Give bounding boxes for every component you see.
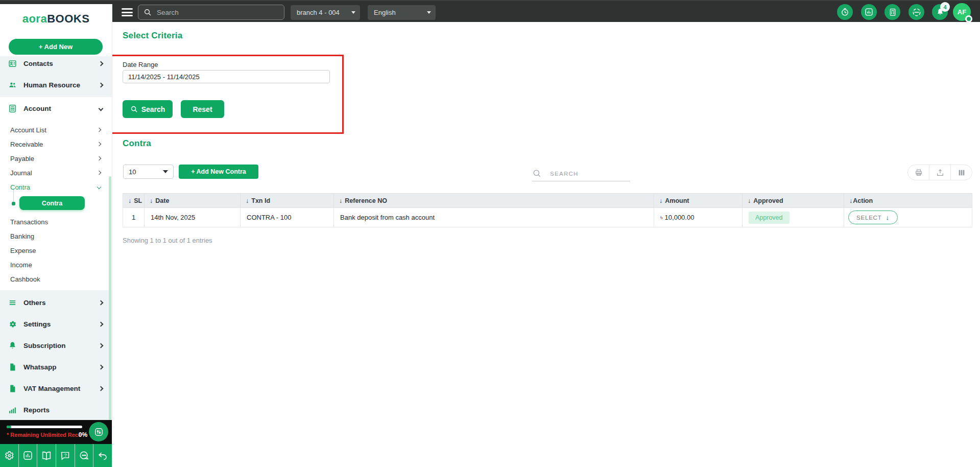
sidebar-item-banking[interactable]: Banking xyxy=(0,229,112,243)
sidebar-item-contra-parent[interactable]: Contra xyxy=(0,180,112,194)
document-icon xyxy=(8,363,17,371)
document-icon xyxy=(8,384,17,393)
criteria-search-button[interactable]: Search xyxy=(123,100,173,118)
criteria-reset-button[interactable]: Reset xyxy=(181,100,224,118)
chevron-right-icon xyxy=(97,128,101,132)
usage-progress-fill xyxy=(7,426,11,428)
sidebar-item-transactions[interactable]: Transactions xyxy=(0,215,112,229)
col-header-date[interactable]: ↓Date xyxy=(145,194,241,208)
chevron-right-icon xyxy=(97,142,101,146)
dock-help-button[interactable]: ? xyxy=(56,444,75,467)
sidebar-item-contra-active[interactable]: Contra xyxy=(19,196,85,210)
sort-icon: ↓ xyxy=(849,197,852,204)
sidebar-item-label: Account List xyxy=(10,126,46,134)
dock-undo-button[interactable] xyxy=(93,444,112,467)
calculator-button[interactable] xyxy=(885,4,900,20)
people-icon xyxy=(8,81,17,89)
support-chat-icon xyxy=(79,450,90,461)
sort-icon: ↓ xyxy=(748,197,751,204)
sidebar-item-account[interactable]: Account xyxy=(0,98,112,119)
sort-icon: ↓ xyxy=(150,197,153,204)
contacts-icon xyxy=(8,59,17,68)
chevron-right-icon xyxy=(99,364,104,369)
sidebar-item-account-list[interactable]: Account List xyxy=(0,123,112,137)
time-tracker-button[interactable] xyxy=(837,4,853,20)
gear-icon xyxy=(4,450,14,461)
cell-action: SELECT ↓ xyxy=(844,208,972,227)
sidebar-item-reports[interactable]: Reports xyxy=(0,400,112,420)
upload-icon xyxy=(936,169,944,177)
col-header-action[interactable]: ↓Action xyxy=(844,194,972,208)
scanner-button[interactable] xyxy=(909,4,924,20)
sidebar-item-settings[interactable]: Settings xyxy=(0,314,112,334)
dock-settings-button[interactable] xyxy=(0,444,19,467)
brand-logo[interactable]: aoraBOOKS xyxy=(0,4,112,34)
sidebar-item-label: Whatsapp xyxy=(23,363,57,371)
criteria-search-label: Search xyxy=(141,105,165,113)
sidebar-item-payable[interactable]: Payable xyxy=(0,151,112,166)
sidebar-item-whatsapp[interactable]: Whatsapp xyxy=(0,357,112,377)
cell-date: 14th Nov, 2025 xyxy=(145,208,241,227)
usage-settings-button[interactable] xyxy=(89,422,108,441)
table-search[interactable] xyxy=(532,166,630,181)
sidebar-item-label: Cashbook xyxy=(10,275,40,283)
date-range-input[interactable] xyxy=(123,70,330,83)
add-new-button[interactable]: + Add New xyxy=(9,39,103,55)
sidebar-scrollbar[interactable] xyxy=(109,176,111,420)
language-select[interactable]: English xyxy=(368,5,436,20)
sidebar-item-receivable[interactable]: Receivable xyxy=(0,137,112,151)
global-search-input[interactable] xyxy=(157,9,269,16)
col-header-sl[interactable]: ↓SL xyxy=(123,194,145,208)
cell-amount: ৳ 10,000.00 xyxy=(654,208,743,227)
chevron-right-icon xyxy=(99,82,104,87)
dock-analytics-button[interactable] xyxy=(19,444,38,467)
col-header-reference[interactable]: ↓Reference NO xyxy=(334,194,654,208)
sidebar-item-label: Journal xyxy=(10,169,32,177)
menu-toggle-icon[interactable] xyxy=(122,8,133,16)
add-new-contra-button[interactable]: + Add New Contra xyxy=(179,165,258,179)
sidebar-item-human-resource[interactable]: Human Resource xyxy=(0,74,112,96)
usage-warning-text: * Remaining Unlimited Reco xyxy=(7,432,82,438)
sidebar-item-others[interactable]: Others xyxy=(0,292,112,313)
sort-icon: ↓ xyxy=(659,197,662,204)
sidebar-item-expense[interactable]: Expense xyxy=(0,243,112,258)
dock-docs-button[interactable] xyxy=(37,444,56,467)
main-content: Select Criteria Date Range Search Reset … xyxy=(112,22,980,467)
columns-button[interactable] xyxy=(951,165,972,180)
branch-select[interactable]: branch 4 - 004 xyxy=(291,5,360,20)
export-button[interactable] xyxy=(929,165,951,180)
sidebar-item-contacts[interactable]: Contacts xyxy=(0,56,112,74)
avatar[interactable]: AF xyxy=(953,3,971,21)
sidebar-item-journal[interactable]: Journal xyxy=(0,166,112,180)
sidebar-item-label: Banking xyxy=(10,232,34,240)
topbar: branch 4 - 004 English 4 AF xyxy=(0,0,980,22)
sidebar-item-label: Human Resource xyxy=(23,81,80,89)
page-size-select[interactable]: 10 xyxy=(123,165,174,179)
contra-title: Contra xyxy=(123,138,151,149)
chevron-down-icon xyxy=(97,185,101,189)
date-range-label: Date Range xyxy=(123,61,158,68)
dock-support-button[interactable] xyxy=(75,444,94,467)
chevron-right-icon xyxy=(99,61,104,66)
sidebar-item-subscription[interactable]: Subscription xyxy=(0,335,112,356)
sidebar-item-cashbook[interactable]: Cashbook xyxy=(0,272,112,286)
print-button[interactable] xyxy=(908,165,929,180)
sidebar-item-label: Transactions xyxy=(10,218,48,226)
row-select-button[interactable]: SELECT ↓ xyxy=(848,211,898,224)
sidebar-item-label: VAT Management xyxy=(23,385,80,392)
sliders-icon xyxy=(94,427,104,437)
table-search-input[interactable] xyxy=(550,171,622,177)
global-search[interactable] xyxy=(138,5,284,20)
sidebar-item-vat-management[interactable]: VAT Management xyxy=(0,378,112,399)
sidebar-item-income[interactable]: Income xyxy=(0,258,112,272)
notification-badge: 4 xyxy=(940,2,950,12)
analytics-button[interactable] xyxy=(861,4,877,20)
col-header-amount[interactable]: ↓Amount xyxy=(654,194,743,208)
col-header-approved[interactable]: ↓Approved xyxy=(743,194,844,208)
bar-chart-icon xyxy=(865,8,873,16)
language-select-value: English xyxy=(374,9,396,16)
sidebar-item-label: Settings xyxy=(23,320,51,328)
col-header-txn-id[interactable]: ↓Txn Id xyxy=(241,194,334,208)
sidebar-item-label: Receivable xyxy=(10,141,43,148)
table-toolbar xyxy=(907,165,972,180)
